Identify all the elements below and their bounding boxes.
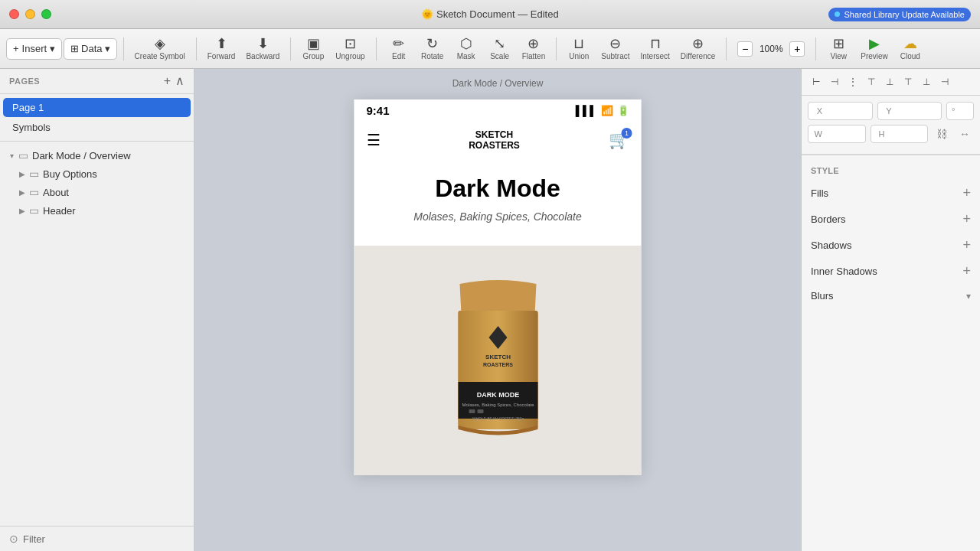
flatten-label: Flatten xyxy=(522,52,546,60)
zoom-in-button[interactable]: + xyxy=(789,41,805,57)
align-bottom-button[interactable]: ⊥ xyxy=(918,73,935,90)
borders-label: Borders xyxy=(811,214,846,225)
add-border-button[interactable]: + xyxy=(962,212,971,226)
layer-header[interactable]: ▶ ▭ Header xyxy=(0,201,194,220)
svg-text:ROASTERS: ROASTERS xyxy=(483,362,513,367)
flip-h-icon: ↔ xyxy=(959,128,970,140)
inner-shadows-label: Inner Shadows xyxy=(811,266,877,277)
toolbar-sep-4 xyxy=(376,37,377,60)
layer-about[interactable]: ▶ ▭ About xyxy=(0,183,194,201)
difference-button[interactable]: ⊕ Difference xyxy=(676,34,720,63)
intersect-button[interactable]: ⊓ Intersect xyxy=(636,34,675,63)
zoom-out-button[interactable]: − xyxy=(737,41,753,57)
window-title: 🌞 Sketch Document — Edited xyxy=(421,8,558,20)
view-icon: ⊞ xyxy=(833,37,844,51)
window-controls xyxy=(9,9,51,19)
align-center-h-button[interactable]: ⊣ xyxy=(826,73,843,90)
rotate-label: Rotate xyxy=(421,52,443,60)
cloud-button[interactable]: ☁ Cloud xyxy=(894,34,926,63)
create-symbol-button[interactable]: ◈ Create Symbol xyxy=(130,34,190,63)
data-button[interactable]: ⊞ Data ▾ xyxy=(64,38,116,60)
pages-controls: + ∧ xyxy=(164,75,185,87)
lock-icon: ⛓ xyxy=(936,128,947,140)
scale-label: Scale xyxy=(490,52,509,60)
distribute-h-button[interactable]: ⊤ xyxy=(863,73,880,90)
add-page-button[interactable]: + xyxy=(164,75,171,87)
edit-button[interactable]: ✏ Edit xyxy=(383,34,415,63)
layer-chevron-about: ▶ xyxy=(17,188,28,197)
folder-icon: ▭ xyxy=(18,149,28,161)
rotate-button[interactable]: ↻ Rotate xyxy=(416,34,449,63)
folder-icon-buy-options: ▭ xyxy=(29,168,39,180)
distribute-v-button[interactable]: ⊥ xyxy=(881,73,898,90)
status-bar: 9:41 ▌▌▌ 📶 🔋 xyxy=(354,99,642,122)
svg-text:DARK MODE: DARK MODE xyxy=(476,391,519,399)
sidebar-item-page1[interactable]: Page 1 xyxy=(3,98,191,117)
insert-button[interactable]: + Insert ▾ xyxy=(6,38,62,60)
sidebar-item-symbols[interactable]: Symbols xyxy=(3,118,191,137)
zoom-control: − 100% + xyxy=(733,40,809,58)
layer-dm-overview[interactable]: ▾ ▭ Dark Mode / Overview xyxy=(0,146,194,165)
data-label: Data xyxy=(81,43,102,54)
scale-button[interactable]: ⤡ Scale xyxy=(484,34,516,63)
preview-label: Preview xyxy=(861,52,888,60)
fills-section-header[interactable]: Fills + xyxy=(802,180,980,206)
h-label: H xyxy=(876,129,885,139)
minimize-button[interactable] xyxy=(25,9,35,19)
group-button[interactable]: ▣ Group xyxy=(297,34,329,63)
add-inner-shadow-button[interactable]: + xyxy=(962,264,971,278)
artboard: 9:41 ▌▌▌ 📶 🔋 ☰ SKETCH ROASTERS 🛒 1 xyxy=(354,99,642,475)
canvas[interactable]: Dark Mode / Overview 9:41 ▌▌▌ 📶 🔋 ☰ SKET… xyxy=(194,69,801,551)
preview-button[interactable]: ▶ Preview xyxy=(856,34,893,63)
x-input[interactable]: X xyxy=(808,102,873,120)
borders-header-right: + xyxy=(962,212,971,226)
rotation-input[interactable]: ° xyxy=(946,102,974,120)
y-input[interactable]: Y xyxy=(877,102,942,120)
shared-library-badge[interactable]: Shared Library Update Available xyxy=(828,8,971,21)
subtract-label: Subtract xyxy=(601,52,629,60)
union-button[interactable]: ⊔ Union xyxy=(563,34,595,63)
lock-proportions-button[interactable]: ⛓ xyxy=(933,125,951,143)
toolbar-sep-5 xyxy=(556,37,557,60)
forward-button[interactable]: ⬆ Forward xyxy=(203,34,240,63)
align-right-button[interactable]: ⊣ xyxy=(936,73,953,90)
add-fill-button[interactable]: + xyxy=(962,186,971,200)
fills-label: Fills xyxy=(811,187,828,199)
flatten-button[interactable]: ⊕ Flatten xyxy=(518,34,550,63)
inner-shadows-header-right: + xyxy=(962,264,971,278)
subtract-button[interactable]: ⊖ Subtract xyxy=(596,34,634,63)
align-tools-group: ⊢ ⊣ ⋮ ⊤ ⊥ ⊤ ⊥ ⊣ xyxy=(808,73,953,90)
blurs-header-right: ▾ xyxy=(966,291,971,302)
filter-icon: ⊙ xyxy=(9,533,18,545)
shadows-section-header[interactable]: Shadows + xyxy=(802,232,980,258)
mask-button[interactable]: ⬡ Mask xyxy=(450,34,482,63)
inner-shadows-section-header[interactable]: Inner Shadows + xyxy=(802,258,980,284)
align-left-button[interactable]: ⊢ xyxy=(808,73,825,90)
collapse-pages-button[interactable]: ∧ xyxy=(175,75,185,87)
alignment-tools: ⊢ ⊣ ⋮ ⊤ ⊥ ⊤ ⊥ ⊣ xyxy=(802,69,980,96)
cart-button[interactable]: 🛒 1 xyxy=(609,130,629,150)
group-label: Group xyxy=(302,52,324,60)
backward-button[interactable]: ⬇ Backward xyxy=(241,34,284,63)
add-shadow-button[interactable]: + xyxy=(962,238,971,252)
style-title-row: STYLE xyxy=(802,158,980,180)
blurs-section-header[interactable]: Blurs ▾ xyxy=(802,284,980,308)
align-more-button[interactable]: ⋮ xyxy=(844,73,861,90)
close-button[interactable] xyxy=(9,9,19,19)
ungroup-button[interactable]: ⊡ Ungroup xyxy=(331,34,369,63)
rotate-icon: ↻ xyxy=(426,37,438,51)
h-input[interactable]: H xyxy=(871,125,929,143)
align-top-button[interactable]: ⊤ xyxy=(900,73,916,90)
forward-label: Forward xyxy=(207,52,236,60)
hamburger-menu-icon[interactable]: ☰ xyxy=(367,131,381,149)
w-input[interactable]: W xyxy=(808,125,866,143)
coffee-bag-svg: SKETCH ROASTERS DARK MODE Molases, Bakin… xyxy=(436,269,559,452)
intersect-label: Intersect xyxy=(641,52,670,60)
insert-chevron-icon: ▾ xyxy=(50,43,55,54)
layer-buy-options[interactable]: ▶ ▭ Buy Options xyxy=(0,165,194,183)
maximize-button[interactable] xyxy=(41,9,51,19)
borders-section-header[interactable]: Borders + xyxy=(802,206,980,232)
svg-text:Molases, Baking Spices, Chocol: Molases, Baking Spices, Chocolate xyxy=(462,403,534,407)
view-button[interactable]: ⊞ View xyxy=(822,34,854,63)
flip-h-button[interactable]: ↔ xyxy=(956,125,974,143)
